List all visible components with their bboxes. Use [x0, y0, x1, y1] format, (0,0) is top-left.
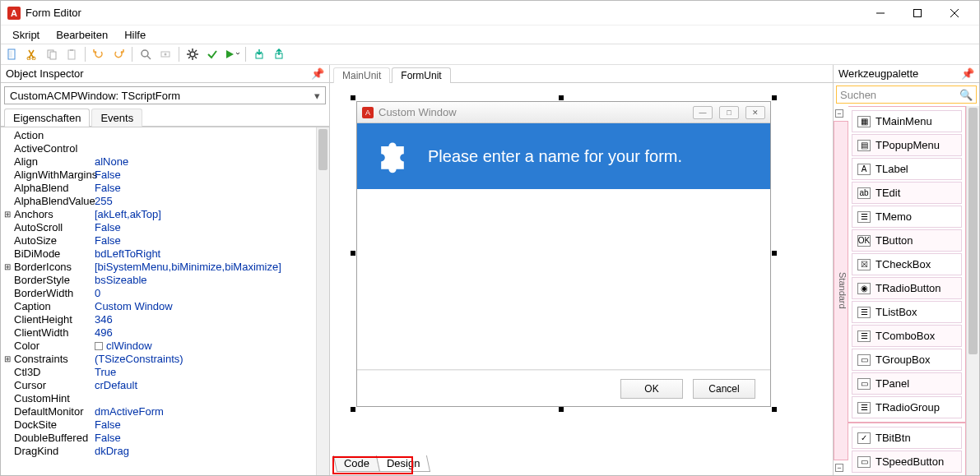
expand-icon[interactable]: ⊞ — [2, 208, 12, 221]
tool-tpanel[interactable]: ▭TPanel — [852, 372, 962, 395]
pin-icon[interactable]: 📌 — [961, 67, 974, 80]
property-name[interactable]: DragKind — [12, 445, 95, 458]
property-name[interactable]: AlignWithMargins — [12, 169, 95, 182]
category-standard[interactable]: Standard — [834, 121, 848, 460]
search-icon[interactable] — [137, 46, 154, 62]
menu-hilfe[interactable]: Hilfe — [116, 27, 154, 43]
property-name[interactable]: BiDiMode — [12, 247, 95, 261]
property-value[interactable]: False — [95, 234, 327, 247]
tool-tbitbtn[interactable]: ✓TBitBtn — [852, 427, 962, 449]
expand-icon[interactable]: ⊞ — [2, 261, 12, 274]
property-value[interactable]: True — [95, 366, 327, 379]
property-name[interactable]: ClientHeight — [12, 313, 95, 326]
property-value[interactable]: [akLeft,akTop] — [95, 208, 327, 221]
watch-icon[interactable] — [157, 46, 174, 62]
property-value[interactable] — [95, 129, 327, 142]
property-value[interactable]: 346 — [95, 313, 327, 326]
close-button[interactable] — [936, 2, 973, 25]
property-value[interactable]: crDefault — [95, 379, 327, 392]
property-value[interactable] — [95, 142, 327, 155]
copy-icon[interactable] — [44, 46, 60, 62]
designed-form[interactable]: A Custom Window — □ ✕ Please enter a nam… — [356, 101, 771, 407]
property-value[interactable]: False — [95, 432, 327, 445]
expand-icon[interactable]: ⊞ — [2, 353, 12, 366]
tool-tmemo[interactable]: ☰TMemo — [852, 206, 962, 228]
property-name[interactable]: Color — [12, 340, 95, 353]
property-name[interactable]: AlphaBlendValue — [12, 195, 95, 208]
property-value[interactable]: 0 — [95, 287, 327, 300]
collapse-icon[interactable]: − — [835, 464, 843, 472]
property-value[interactable] — [95, 392, 327, 405]
tool-tradiobutton[interactable]: ◉TRadioButton — [852, 277, 962, 299]
property-value[interactable]: 496 — [95, 326, 327, 340]
tool-tlistbox[interactable]: ☰TListBox — [852, 301, 962, 323]
property-value[interactable]: False — [95, 418, 327, 432]
property-name[interactable]: ActiveControl — [12, 142, 95, 155]
bottom-tab-code[interactable]: Code — [333, 455, 380, 472]
property-value[interactable]: alNone — [95, 155, 327, 169]
tab-events[interactable]: Events — [91, 109, 142, 127]
tool-tlabel[interactable]: ATLabel — [852, 158, 962, 180]
property-value[interactable]: False — [95, 182, 327, 195]
property-value[interactable]: dmActiveForm — [95, 405, 327, 418]
property-name[interactable]: Align — [12, 155, 95, 169]
paste-icon[interactable] — [63, 46, 80, 62]
tool-tradiogroup[interactable]: ☰TRadioGroup — [852, 396, 962, 418]
property-name[interactable]: AutoScroll — [12, 221, 95, 234]
check-icon[interactable] — [204, 46, 221, 62]
menu-bearbeiten[interactable]: Bearbeiten — [48, 27, 116, 43]
property-name[interactable]: AlphaBlend — [12, 182, 95, 195]
undo-icon[interactable] — [91, 46, 107, 62]
collapse-icon[interactable]: − — [835, 109, 843, 118]
cut-icon[interactable] — [24, 46, 40, 62]
property-name[interactable]: BorderIcons — [12, 261, 95, 274]
palette-search[interactable]: Suchen 🔍 — [836, 85, 977, 104]
tab-properties[interactable]: Eigenschaften — [4, 109, 90, 127]
property-value[interactable]: bdLeftToRight — [95, 247, 327, 261]
property-name[interactable]: BorderStyle — [12, 274, 95, 287]
settings-icon[interactable] — [184, 46, 201, 62]
tool-tedit[interactable]: abTEdit — [852, 182, 962, 204]
tool-tcombobox[interactable]: ☰TComboBox — [852, 325, 962, 347]
property-value[interactable]: [biSystemMenu,biMinimize,biMaximize] — [95, 261, 327, 274]
property-name[interactable]: Anchors — [12, 208, 95, 221]
property-name[interactable]: DefaultMonitor — [12, 405, 95, 418]
tool-tcheckbox[interactable]: ☒TCheckBox — [852, 253, 962, 275]
property-name[interactable]: CustomHint — [12, 392, 95, 405]
pin-icon[interactable]: 📌 — [311, 67, 324, 80]
property-value[interactable]: dkDrag — [95, 445, 327, 458]
tool-tbutton[interactable]: OKTButton — [852, 229, 962, 252]
import-icon[interactable] — [251, 46, 267, 62]
property-name[interactable]: ClientWidth — [12, 326, 95, 340]
property-name[interactable]: DockSite — [12, 418, 95, 432]
property-value[interactable]: bsSizeable — [95, 274, 327, 287]
export-icon[interactable] — [271, 46, 287, 62]
property-name[interactable]: Constraints — [12, 353, 95, 366]
property-grid[interactable]: ActionActiveControlAlignalNoneAlignWithM… — [1, 127, 329, 460]
property-value[interactable]: (TSizeConstraints) — [95, 353, 327, 366]
scrollbar[interactable] — [316, 127, 329, 475]
property-value[interactable]: Custom Window — [95, 300, 327, 313]
minimize-button[interactable] — [862, 2, 899, 25]
ok-button[interactable]: OK — [620, 379, 683, 399]
form-client-area[interactable] — [357, 189, 770, 370]
tool-tpopupmenu[interactable]: ▤TPopupMenu — [852, 134, 962, 156]
property-name[interactable]: BorderWidth — [12, 287, 95, 300]
bottom-tab-design[interactable]: Design — [376, 455, 431, 472]
tool-tmainmenu[interactable]: ▦TMainMenu — [852, 110, 962, 132]
maximize-button[interactable] — [899, 2, 936, 25]
cancel-button[interactable]: Cancel — [693, 379, 755, 399]
new-icon[interactable] — [4, 46, 21, 62]
redo-icon[interactable] — [110, 46, 127, 62]
property-value[interactable]: False — [95, 221, 327, 234]
property-name[interactable]: Caption — [12, 300, 95, 313]
scrollbar[interactable] — [966, 106, 979, 475]
property-value[interactable]: 255 — [95, 195, 327, 208]
tab-formunit[interactable]: FormUnit — [392, 67, 450, 83]
design-canvas[interactable]: A Custom Window — □ ✕ Please enter a nam… — [330, 83, 833, 475]
component-selector[interactable]: CustomACMPWindow: TScriptForm ▾ — [4, 86, 326, 104]
tab-mainunit[interactable]: MainUnit — [333, 67, 390, 83]
property-name[interactable]: Ctl3D — [12, 366, 95, 379]
property-name[interactable]: AutoSize — [12, 234, 95, 247]
menu-skript[interactable]: Skript — [4, 27, 48, 43]
